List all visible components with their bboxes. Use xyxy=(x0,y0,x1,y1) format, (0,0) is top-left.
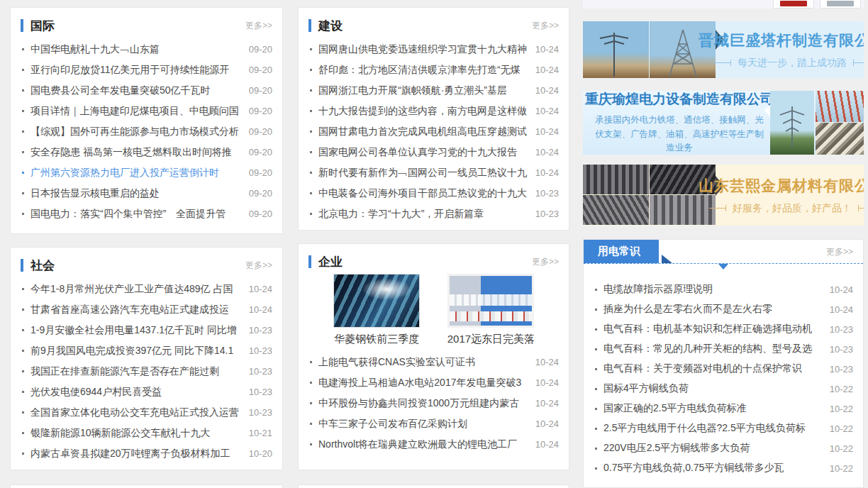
news-item[interactable]: 国网甘肃电力首次完成风电机组高电压穿越测试10-24 xyxy=(310,121,559,142)
news-item[interactable]: 电气百科：常见的几种开关柜的结构、型号及选10-23 xyxy=(595,339,853,359)
more-link[interactable]: 更多>> xyxy=(532,20,559,32)
news-item[interactable]: 0.75平方电线负荷,0.75平方铜线带多少瓦10-22 xyxy=(595,458,853,478)
news-date: 09-20 xyxy=(249,106,272,116)
news-date: 10-24 xyxy=(535,418,559,429)
panel-enterprise: 企业 更多>> 华菱钢铁前三季度 2017远东日完美落 上能电气获得CNAS实验… xyxy=(298,243,569,470)
news-date: 10-24 xyxy=(535,439,559,450)
red-product-image xyxy=(780,1,807,6)
news-item[interactable]: 插座为什么是左零右火而不是左火右零10-24 xyxy=(595,299,853,319)
news-date: 10-22 xyxy=(830,443,853,454)
news-date: 09-20 xyxy=(249,65,272,75)
news-date: 10-23 xyxy=(249,345,272,356)
panel-header: 用电常识 更多>> xyxy=(584,240,863,272)
bullet-icon xyxy=(310,213,312,215)
news-date: 10-23 xyxy=(249,366,272,377)
bullet-icon xyxy=(22,172,24,174)
news-item[interactable]: Northvolt将在瑞典建立欧洲最大的锂电池工厂10-24 xyxy=(310,434,559,455)
ad-text-block: 重庆瑜煌电力设备制造有限公司 承接国内外电力铁塔、通信塔、接触网、光伏支架、广告… xyxy=(591,91,767,155)
panel-header: 国际 更多>> xyxy=(11,8,282,33)
ad-banner-chongqing[interactable]: 重庆瑜煌电力设备制造有限公司 承接国内外电力铁塔、通信塔、接触网、光伏支架、广告… xyxy=(583,91,864,155)
bullet-icon xyxy=(310,443,312,445)
news-item[interactable]: 国标4平方铜线负荷10-22 xyxy=(595,379,853,399)
news-item[interactable]: 前9月我国风电完成投资397亿元 同比下降14.110-23 xyxy=(22,340,272,361)
accent-bar-icon xyxy=(308,255,311,268)
news-date: 10-23 xyxy=(830,324,853,335)
ad-banner-jincheng[interactable]: 晋城巨盛塔杆制造有限公司 每天进一步，踏上成功路 xyxy=(583,21,864,78)
news-item[interactable]: 广州第六资源热力电厂进入投产运营倒计时09-20 xyxy=(22,162,272,183)
news-item[interactable]: 内蒙古卓资县拟建20万吨锂离子负极材料加工10-20 xyxy=(22,443,272,464)
news-title: 国标4平方铜线负荷 xyxy=(603,382,823,395)
news-item[interactable]: 国电电力：落实“四个集中管控” 全面提升管09-20 xyxy=(22,204,272,224)
news-item[interactable]: 日本报告显示核电重启的益处09-20 xyxy=(22,183,272,204)
news-item[interactable]: 国网唐山供电党委迅速组织学习宣贯十九大精神10-24 xyxy=(310,39,559,60)
more-link[interactable]: 更多>> xyxy=(245,260,272,272)
news-item[interactable]: 全国首家立体化电动公交车充电站正式投入运营10-23 xyxy=(22,402,272,423)
news-item[interactable]: 电建海投上马相迪A水电站2017年发电量突破310-24 xyxy=(310,372,559,393)
more-link[interactable]: 更多>> xyxy=(532,256,559,268)
news-item[interactable]: 银隆新能源10辆新能源公交车献礼十九大10-21 xyxy=(22,423,272,443)
news-item[interactable]: 2.5平方电线用于什么电器?2.5平方电线负荷标10-22 xyxy=(595,418,853,438)
news-title: 电气百科：常见的几种开关柜的结构、型号及选 xyxy=(603,343,823,355)
news-item[interactable]: 北京电力：学习“十九大”，开启新篇章10-23 xyxy=(310,204,559,224)
news-list: 国网唐山供电党委迅速组织学习宣贯十九大精神10-24舒印彪：北方地区清洁供暖京津… xyxy=(299,39,569,224)
news-item[interactable]: 今年1-8月常州光伏产业工业产值达489亿 占国10-24 xyxy=(22,279,272,299)
news-title: 中车三家子公司发布百亿采购计划 xyxy=(318,418,528,431)
news-title: 银隆新能源10辆新能源公交车献礼十九大 xyxy=(30,427,242,440)
news-item[interactable]: 中国华电献礼十九大﹁山东篇09-20 xyxy=(22,39,272,60)
bullet-icon xyxy=(22,411,24,414)
news-item[interactable]: 亚行向印尼放贷11亿美元用于可持续性能源开09-20 xyxy=(22,60,272,80)
news-title: 亚行向印尼放贷11亿美元用于可持续性能源开 xyxy=(30,64,242,77)
power-pole-photo xyxy=(583,21,649,78)
news-item[interactable]: 电缆故障指示器原理说明10-24 xyxy=(595,279,853,299)
news-item[interactable]: 我国正在排查新能源汽车是否存在产能过剩10-23 xyxy=(22,361,272,382)
product-thumb xyxy=(820,0,861,9)
news-item[interactable]: 中电装备公司海外项目干部员工热议党的十九大10-23 xyxy=(310,183,559,204)
ad-company-name: 山东芸熙金属材料有限公司 xyxy=(699,176,864,196)
news-item[interactable]: 中车三家子公司发布百亿采购计划10-24 xyxy=(310,414,559,434)
news-item[interactable]: 上能电气获得CNAS实验室认可证书10-24 xyxy=(310,352,559,372)
news-item[interactable]: 1-9月安徽全社会用电量1437.1亿千瓦时 同比增10-23 xyxy=(22,320,272,340)
bullet-icon xyxy=(595,309,597,311)
news-item[interactable]: 光伏发电使6944户村民喜受益10-23 xyxy=(22,382,272,402)
news-title: 中国华电献礼十九大﹁山东篇 xyxy=(30,43,242,56)
news-item[interactable]: 电气百科：关于变频器对电机的十点保护常识10-23 xyxy=(595,359,853,379)
news-title: 插座为什么是左零右火而不是左火右零 xyxy=(603,303,823,316)
news-item[interactable]: 新时代要有新作为﹁国网公司一线员工热议十九10-24 xyxy=(310,162,559,183)
news-title: 安全存隐患 福岛第一核电乏燃料取出时间将推 xyxy=(30,146,242,159)
news-item[interactable]: 舒印彪：北方地区清洁供暖京津率先打造“无煤10-24 xyxy=(310,60,559,80)
news-item[interactable]: 电气百科：电机基本知识和怎样正确选择电动机10-23 xyxy=(595,319,853,339)
news-item[interactable]: 国电费县公司全年发电量突破50亿千瓦时09-20 xyxy=(22,80,272,101)
news-title: 十九大报告提到的这些内容，南方电网是这样做 xyxy=(318,105,528,118)
more-link[interactable]: 更多>> xyxy=(826,246,853,258)
bullet-icon xyxy=(22,288,24,290)
news-item[interactable]: 项目详情｜上海电建印尼煤电项目、中电顾问国09-20 xyxy=(22,101,272,121)
news-date: 10-24 xyxy=(535,398,559,409)
bullet-icon xyxy=(310,361,312,363)
news-date: 10-24 xyxy=(535,377,559,388)
news-title: 1-9月安徽全社会用电量1437.1亿千瓦时 同比增 xyxy=(30,324,242,337)
news-title: 新时代要有新作为﹁国网公司一线员工热议十九 xyxy=(318,167,528,179)
news-date: 10-24 xyxy=(830,304,853,315)
news-date: 10-24 xyxy=(535,85,559,96)
news-item[interactable]: 甘肃省首座高速公路汽车充电站正式建成投运10-24 xyxy=(22,299,272,320)
news-date: 10-24 xyxy=(830,284,853,295)
ad-banner-shandong[interactable]: 山东芸熙金属材料有限公司 好服务，好品质，好产品！ xyxy=(583,165,864,226)
transmission-tower-photo xyxy=(770,91,814,155)
news-date: 10-23 xyxy=(249,325,272,336)
photo-news-item[interactable]: 2017远东日完美落 xyxy=(447,274,534,346)
news-item[interactable]: 国网浙江电力开展“旗帜领航·勇立潮头”基层10-24 xyxy=(310,80,559,101)
ad-slogan-text: 好服务，好品质，好产品！ xyxy=(733,202,852,215)
news-date: 10-23 xyxy=(535,209,559,219)
news-item[interactable]: 【综观】国外可再生能源参与电力市场模式分析09-20 xyxy=(22,121,272,142)
photo-news-item[interactable]: 华菱钢铁前三季度 xyxy=(333,274,420,346)
news-item[interactable]: 安全存隐患 福岛第一核电乏燃料取出时间将推09-20 xyxy=(22,142,272,162)
news-item[interactable]: 中环股份与协鑫共同投资1000万元组建内蒙古10-24 xyxy=(310,393,559,414)
news-item[interactable]: 220V电压2.5平方铜线带多大负荷10-22 xyxy=(595,438,853,458)
news-item[interactable]: 国家正确的2.5平方电线负荷标准10-22 xyxy=(595,399,853,418)
more-link[interactable]: 更多>> xyxy=(245,20,272,32)
photo-caption: 2017远东日完美落 xyxy=(447,333,534,346)
news-item[interactable]: 十九大报告提到的这些内容，南方电网是这样做10-24 xyxy=(310,101,559,121)
news-item[interactable]: 国家电网公司各单位认真学习党的十九大报告10-24 xyxy=(310,142,559,162)
knowledge-tab[interactable]: 用电常识 xyxy=(584,240,659,263)
panel-header: 企业 更多>> xyxy=(299,244,569,270)
